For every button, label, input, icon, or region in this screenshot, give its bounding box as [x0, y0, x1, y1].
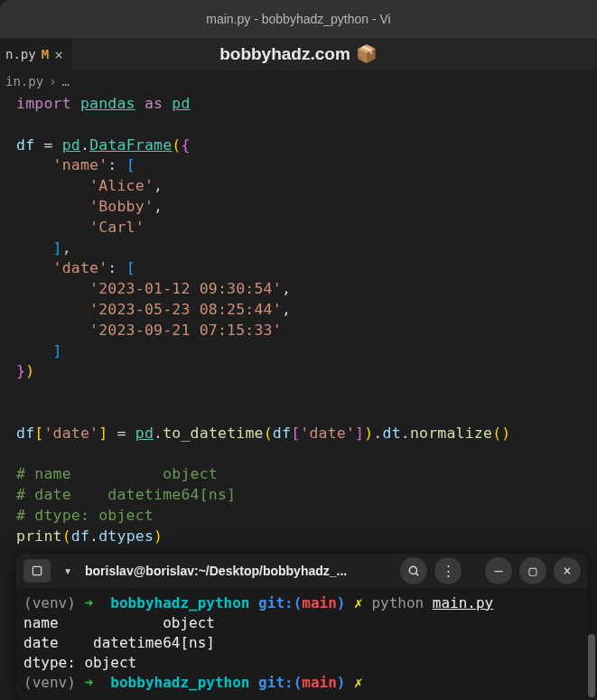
terminal-window: ▾ borislav@borislav:~/Desktop/bobbyhadz_… [16, 554, 588, 700]
svg-rect-0 [33, 566, 41, 574]
terminal-header[interactable]: ▾ borislav@borislav:~/Desktop/bobbyhadz_… [16, 554, 588, 588]
close-button[interactable]: × [554, 557, 581, 584]
menu-icon[interactable]: ⋮ [434, 557, 462, 584]
search-icon[interactable] [400, 557, 427, 584]
svg-line-3 [416, 574, 419, 576]
window-title: main.py - bobbyhadz_python - Vi [206, 12, 390, 26]
minimize-button[interactable]: – [485, 557, 512, 584]
scrollbar-thumb[interactable] [588, 634, 595, 697]
terminal-title: borislav@borislav:~/Desktop/bobbyhadz_..… [85, 564, 393, 578]
maximize-button[interactable]: ▢ [519, 557, 546, 584]
code-editor[interactable]: import pandas as pd df = pd.DataFrame({ … [0, 92, 597, 549]
watermark: bobbyhadz.com 📦 [219, 43, 378, 64]
svg-point-2 [409, 566, 416, 574]
close-icon[interactable]: × [54, 46, 63, 63]
box-icon: 📦 [356, 43, 378, 64]
breadcrumb-more: … [62, 74, 70, 89]
terminal-body[interactable]: (venv) ➜ bobbyhadz_python git:(main) ✗ p… [16, 588, 588, 700]
tab-filename: n.py [5, 47, 36, 61]
breadcrumb[interactable]: in.py › … [0, 70, 597, 92]
breadcrumb-file: in.py [5, 74, 43, 89]
watermark-text: bobbyhadz.com [219, 44, 350, 64]
window-title-bar: main.py - bobbyhadz_python - Vi [0, 0, 597, 38]
editor-tab-main[interactable]: n.py M × [0, 38, 72, 70]
chevron-right-icon: › [49, 74, 56, 89]
terminal-new-tab-button[interactable] [23, 559, 51, 583]
modified-badge: M [42, 47, 49, 61]
chevron-down-icon[interactable]: ▾ [58, 559, 78, 583]
